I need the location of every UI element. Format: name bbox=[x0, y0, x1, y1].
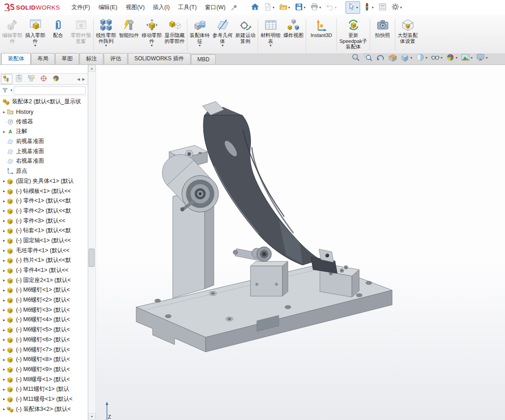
interference-lights-button[interactable]: ▾ bbox=[361, 1, 376, 14]
menu-edit[interactable]: 编辑(E) bbox=[94, 0, 122, 15]
menu-tools[interactable]: 工具(T) bbox=[174, 0, 201, 15]
edit-appearance-button[interactable]: ▾ bbox=[445, 53, 458, 64]
scroll-up-button[interactable]: ▲ bbox=[88, 65, 96, 72]
dropdown-caret-icon[interactable]: ▾ bbox=[372, 6, 374, 10]
dropdown-caret-icon[interactable]: ▾ bbox=[456, 56, 457, 60]
expand-arrow-icon[interactable]: ▸ bbox=[1, 397, 7, 401]
display-style-button[interactable]: ▾ bbox=[415, 53, 428, 64]
model-clamp-pin[interactable] bbox=[233, 247, 271, 261]
take-snapshot-button[interactable]: 拍快照 bbox=[371, 16, 394, 53]
tree-item[interactable]: ▸(-) M6螺钉<5> (默认< bbox=[0, 325, 88, 335]
tree-item[interactable]: ▸(-) M6螺钉<4> (默认< bbox=[0, 315, 88, 325]
scroll-down-button[interactable]: ▼ bbox=[88, 413, 96, 420]
tab-markup[interactable]: 标注 bbox=[80, 53, 103, 64]
large-assembly-settings-button[interactable]: 大型装配体设置 bbox=[396, 16, 419, 53]
assembly-3d-model[interactable] bbox=[96, 65, 505, 420]
tree-item[interactable]: ▸A注解 bbox=[0, 127, 88, 137]
home-button[interactable] bbox=[249, 1, 261, 14]
dropdown-caret-icon[interactable]: ▾ bbox=[151, 44, 153, 48]
tree-scrollbar[interactable]: ▲ ▼ bbox=[88, 65, 96, 420]
evaluate-list-button[interactable] bbox=[377, 1, 388, 14]
expand-arrow-icon[interactable]: ▸ bbox=[1, 347, 7, 352]
dropdown-caret-icon[interactable]: ▾ bbox=[270, 44, 271, 48]
tree-item[interactable]: ▸(固定) 夹具体<1> (默认 bbox=[0, 176, 88, 186]
bill-of-materials-button[interactable]: 材料明细表▾ bbox=[259, 16, 282, 53]
tree-filter-input[interactable] bbox=[14, 88, 85, 93]
tree-root-item[interactable]: 装配体2 (默认<默认_显示状 bbox=[0, 97, 88, 107]
featuremanager-tab[interactable] bbox=[1, 74, 12, 84]
model-middle-support[interactable] bbox=[250, 261, 288, 296]
select-button[interactable]: ▾ bbox=[346, 1, 360, 14]
model-workpiece-arm[interactable] bbox=[202, 101, 320, 265]
tree-item[interactable]: ▸(-) M6螺钉<8> (默认< bbox=[0, 355, 88, 365]
move-component-button[interactable]: 移动零部件▾ bbox=[140, 16, 163, 53]
apply-scene-button[interactable]: ▾ bbox=[460, 53, 473, 64]
displaymanager-tab[interactable] bbox=[50, 74, 62, 84]
dropdown-caret-icon[interactable]: ▾ bbox=[273, 6, 275, 10]
dropdown-caret-icon[interactable]: ▾ bbox=[335, 6, 337, 10]
expand-arrow-icon[interactable]: ▸ bbox=[1, 357, 7, 362]
tree-item[interactable]: ▸(-) M6螺钉<9> (默认< bbox=[0, 365, 88, 375]
mate-button[interactable]: 配合 bbox=[47, 16, 69, 53]
model-end-bracket[interactable] bbox=[311, 249, 337, 273]
expand-arrow-icon[interactable]: ▸ bbox=[1, 218, 7, 223]
expand-arrow-icon[interactable]: ▸ bbox=[1, 387, 7, 392]
tree-item[interactable]: ▸(-) 钻套<1> (默认<<默 bbox=[0, 226, 88, 236]
expand-arrow-icon[interactable]: ▸ bbox=[1, 308, 7, 312]
dropdown-caret-icon[interactable]: ▾ bbox=[34, 44, 36, 48]
tree-item[interactable]: ▸(-) 固定轴<1> (默认<< bbox=[0, 236, 88, 246]
tree-item[interactable]: ▸(-) 钻模板<1> (默认<< bbox=[0, 186, 88, 196]
dropdown-caret-icon[interactable]: ▾ bbox=[441, 56, 442, 60]
tree-item[interactable]: 传感器 bbox=[0, 117, 88, 127]
tree-item[interactable]: 前视基准面 bbox=[0, 137, 88, 147]
tree-item[interactable]: ▸(-) M8螺母<1> (默认< bbox=[0, 374, 88, 384]
propertymanager-tab[interactable] bbox=[13, 74, 25, 84]
graphics-viewport[interactable]: Z bbox=[96, 65, 505, 420]
dropdown-caret-icon[interactable]: ▾ bbox=[425, 56, 427, 60]
tree-item[interactable]: ▸(-) 装配体3<2> (默认< bbox=[0, 404, 88, 414]
print-button[interactable]: ▾ bbox=[308, 1, 323, 14]
scrollbar-track[interactable] bbox=[88, 72, 96, 413]
expand-arrow-icon[interactable]: ▸ bbox=[1, 298, 7, 303]
tab-layout[interactable]: 布局 bbox=[31, 53, 55, 64]
show-hidden-components-button[interactable]: 显示隐藏的零部件 bbox=[163, 16, 186, 53]
expand-arrow-icon[interactable]: ▸ bbox=[1, 278, 7, 282]
linear-component-pattern-button[interactable]: 线性零部件阵列▾ bbox=[95, 16, 117, 53]
panel-nav-right-icon[interactable]: ▶ bbox=[82, 77, 85, 81]
tab-evaluate[interactable]: 评估 bbox=[104, 53, 128, 64]
update-speedpak-button[interactable]: 更新Speedpak子装配体 bbox=[338, 16, 369, 53]
dropdown-caret-icon[interactable]: ▾ bbox=[356, 6, 358, 10]
expand-arrow-icon[interactable]: ▸ bbox=[1, 318, 7, 322]
new-motion-study-button[interactable]: 新建运动算例 bbox=[234, 16, 257, 53]
expand-arrow-icon[interactable]: ▸ bbox=[1, 377, 7, 382]
tab-solidworks-addins[interactable]: SOLIDWORKS 插件 bbox=[128, 53, 191, 64]
tree-item[interactable]: ▸(-) 零件<3> (默认<< bbox=[0, 216, 88, 226]
dropdown-caret-icon[interactable]: ▾ bbox=[288, 6, 290, 10]
menu-window[interactable]: 窗口(W) bbox=[201, 0, 229, 15]
expand-arrow-icon[interactable]: ▸ bbox=[1, 179, 7, 183]
tree-item[interactable]: ▸(-) M6螺钉<1> (默认< bbox=[0, 285, 88, 295]
tab-sketch[interactable]: 草图 bbox=[55, 53, 79, 64]
tree-item[interactable]: ▸(-) M6螺钉<3> (默认< bbox=[0, 305, 88, 315]
hide-show-items-button[interactable]: ▾ bbox=[430, 53, 443, 64]
reference-geometry-button[interactable]: 参考几何体▾ bbox=[211, 16, 234, 53]
model-cylinder-clamp[interactable] bbox=[162, 154, 218, 212]
expand-arrow-icon[interactable]: ▸ bbox=[1, 238, 7, 243]
tree-item[interactable]: ▸(-) M11螺母<1> (默认< bbox=[0, 394, 88, 404]
tree-item[interactable]: ▸(-) 零件4<1> (默认<< bbox=[0, 266, 88, 276]
dropdown-caret-icon[interactable]: ▾ bbox=[400, 6, 402, 10]
tree-item[interactable]: ▸(-) 固定座2<1> (默认< bbox=[0, 275, 88, 285]
panel-nav-left-icon[interactable]: ◀ bbox=[77, 77, 80, 81]
instant3d-button[interactable]: Instant3D bbox=[307, 16, 335, 53]
assembly-features-button[interactable]: 装配体特征▾ bbox=[188, 16, 211, 53]
expand-arrow-icon[interactable]: ▸ bbox=[1, 208, 7, 213]
exploded-view-button[interactable]: 爆炸视图 bbox=[282, 16, 305, 53]
open-button[interactable]: ▾ bbox=[277, 1, 292, 14]
expand-arrow-icon[interactable]: ▸ bbox=[1, 189, 7, 193]
dropdown-caret-icon[interactable]: ▾ bbox=[410, 56, 412, 60]
dropdown-caret-icon[interactable]: ▾ bbox=[199, 44, 201, 48]
tree-item[interactable]: ▸(-) M6螺钉<7> (默认< bbox=[0, 345, 88, 355]
dimxpertmanager-tab[interactable] bbox=[38, 74, 49, 84]
expand-arrow-icon[interactable]: ▸ bbox=[1, 367, 7, 372]
dropdown-caret-icon[interactable]: ▾ bbox=[222, 44, 223, 48]
